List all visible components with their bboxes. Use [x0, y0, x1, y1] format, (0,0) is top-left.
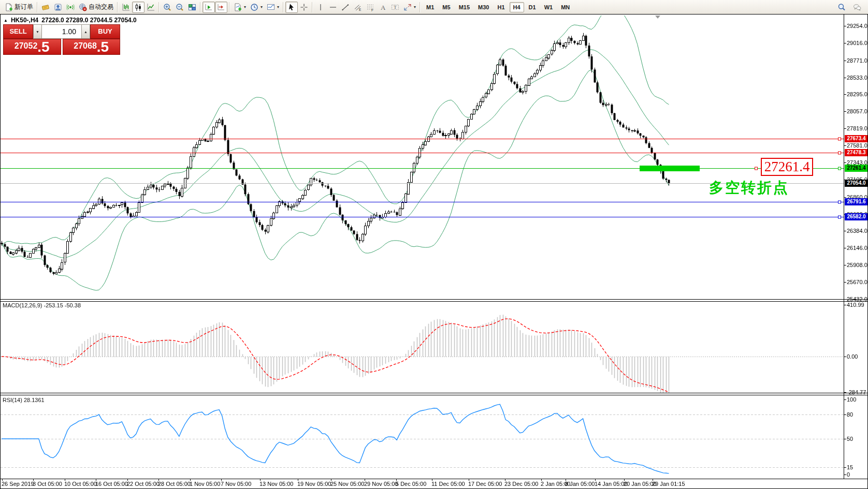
timeframe-button-m5[interactable]: M5 [439, 2, 454, 12]
profile-icon [54, 3, 62, 11]
volume-input[interactable]: 1.00 [42, 24, 81, 39]
sell-price-display[interactable]: 27052.5 [3, 39, 61, 55]
rsi-pane-separator[interactable] [1, 393, 867, 395]
candlestick-button[interactable] [132, 2, 144, 13]
toolbar-separator [37, 2, 38, 12]
svg-text:T: T [394, 4, 397, 9]
new-order-button[interactable]: 新订单 [3, 2, 35, 13]
auto-scroll-icon [205, 3, 213, 11]
pivot-annotation[interactable]: 多空转折点 [709, 180, 789, 196]
chevron-down-icon[interactable]: ▾ [277, 5, 279, 9]
crosshair-button[interactable] [298, 2, 310, 13]
signal-button[interactable] [64, 2, 77, 13]
chevron-down-icon[interactable]: ▾ [244, 5, 246, 9]
time-axis-label: 3 Oct 05:00 [33, 481, 62, 487]
auto-scroll-button[interactable] [202, 2, 215, 13]
main-toolbar: 新订单自动交易▾▾▾EFAT▾M1M5M15M30H1H4D1W1MN [0, 0, 868, 14]
label-button[interactable]: T [389, 2, 401, 13]
chat-icon [853, 3, 861, 11]
rsi-axis-label: 0 [847, 471, 850, 478]
price-axis-label: 28057.0 [847, 108, 867, 114]
zoom-in-button[interactable] [161, 2, 173, 13]
toolbar-separator [229, 2, 230, 12]
timeframe-button-mn[interactable]: MN [557, 2, 573, 12]
cursor-icon [287, 3, 296, 11]
zoom-out-icon [176, 3, 184, 11]
macd-axis-label: 410.99 [847, 302, 864, 308]
vline-button[interactable] [314, 2, 327, 13]
bar-chart-button[interactable] [120, 2, 132, 13]
chart-canvas[interactable] [1, 14, 867, 488]
volume-decrease-button[interactable]: ▼ [33, 24, 42, 39]
timeframe-button-m15[interactable]: M15 [455, 2, 473, 12]
chat-button[interactable] [851, 2, 863, 13]
buy-price-main: 27068 [74, 39, 97, 53]
label-icon: T [391, 3, 399, 11]
time-axis-label: 26 Sep 2019 [2, 481, 34, 487]
tile-windows-button[interactable] [186, 2, 198, 13]
timeframe-button-h1[interactable]: H1 [494, 2, 508, 12]
toolbar-separator [117, 2, 118, 12]
timeframe-button-h4[interactable]: H4 [510, 2, 524, 12]
auto-trading-icon [79, 3, 87, 11]
bar-chart-icon [122, 3, 130, 11]
time-axis-label: 19 Nov 05:00 [297, 481, 331, 487]
sell-button[interactable]: SELL [3, 24, 33, 39]
line-chart-button[interactable] [144, 2, 157, 13]
time-axis-label: 28 Oct 05:00 [158, 481, 191, 487]
ohlc-values: 27226.0 27289.0 27044.5 27054.0 [41, 17, 137, 24]
profile-button[interactable] [52, 2, 64, 13]
time-axis-label: 29 Nov 05:00 [364, 481, 398, 487]
buy-button[interactable]: BUY [90, 24, 120, 39]
timeframe-button-m30[interactable]: M30 [474, 2, 493, 12]
candlestick-icon [134, 3, 142, 11]
volume-increase-button[interactable]: ▲ [81, 24, 90, 39]
buy-price-display[interactable]: 27068.5 [63, 39, 121, 55]
zoom-out-button[interactable] [173, 2, 186, 13]
chevron-down-icon[interactable]: ▾ [261, 5, 263, 9]
cursor-button[interactable] [285, 2, 298, 13]
svg-text:F: F [371, 8, 373, 11]
time-axis-label: 25 Nov 05:00 [330, 481, 364, 487]
rsi-indicator-label: RSI(14) 28.1361 [3, 397, 45, 403]
text-icon: A [379, 3, 387, 11]
price-axis-label: 26384.0 [847, 228, 867, 234]
timeframe-button-m1[interactable]: M1 [423, 2, 438, 12]
macd-axis-label: -284.77 [847, 389, 866, 395]
time-axis-label: 22 Oct 05:00 [127, 481, 160, 487]
search-button[interactable] [835, 2, 848, 13]
chevron-down-icon[interactable]: ▾ [414, 5, 416, 9]
chart-title: ▲ HK50-,H4 27226.0 27289.0 27044.5 27054… [4, 17, 137, 24]
chart-shift-icon [217, 3, 225, 11]
highlight-bar[interactable] [640, 166, 700, 171]
trendline-button[interactable] [339, 2, 352, 13]
level-price-label[interactable]: 27261.4 [761, 158, 813, 176]
time-axis-label: 7 Nov 05:00 [221, 481, 251, 487]
arrows-button[interactable]: ▾ [401, 2, 418, 13]
indicators-button[interactable]: ▾ [232, 2, 248, 13]
hline-button[interactable] [327, 2, 339, 13]
channel-button[interactable]: E [352, 2, 364, 13]
chart-shift-marker-icon[interactable] [655, 16, 660, 19]
auto-trading-button[interactable]: 自动交易 [77, 2, 115, 13]
fibonacci-button[interactable]: F [364, 2, 377, 13]
arrows-icon [403, 3, 412, 11]
new-order-icon [5, 3, 13, 11]
macd-indicator-label: MACD(12,26,9) -253.15 -50.38 [3, 302, 81, 308]
time-axis-label: 23 Dec 05:00 [504, 481, 538, 487]
periods-icon [250, 3, 258, 11]
price-axis-label: 29016.0 [847, 40, 867, 46]
periods-button[interactable]: ▾ [248, 2, 265, 13]
chart-shift-button[interactable] [215, 2, 227, 13]
macd-pane-separator[interactable] [1, 299, 867, 302]
collapse-icon[interactable]: ▲ [4, 18, 8, 23]
timeframe-button-d1[interactable]: D1 [525, 2, 540, 12]
timeframe-button-w1[interactable]: W1 [541, 2, 557, 12]
templates-button[interactable]: ▾ [265, 2, 281, 13]
time-axis-label: 29 Jan 01:15 [652, 481, 685, 487]
text-button[interactable]: A [377, 2, 389, 13]
svg-text:A: A [381, 3, 386, 11]
price-axis-label: 26146.0 [847, 245, 867, 251]
quotes-button[interactable] [39, 2, 52, 13]
price-line-badge: 27673.4 [845, 135, 868, 142]
